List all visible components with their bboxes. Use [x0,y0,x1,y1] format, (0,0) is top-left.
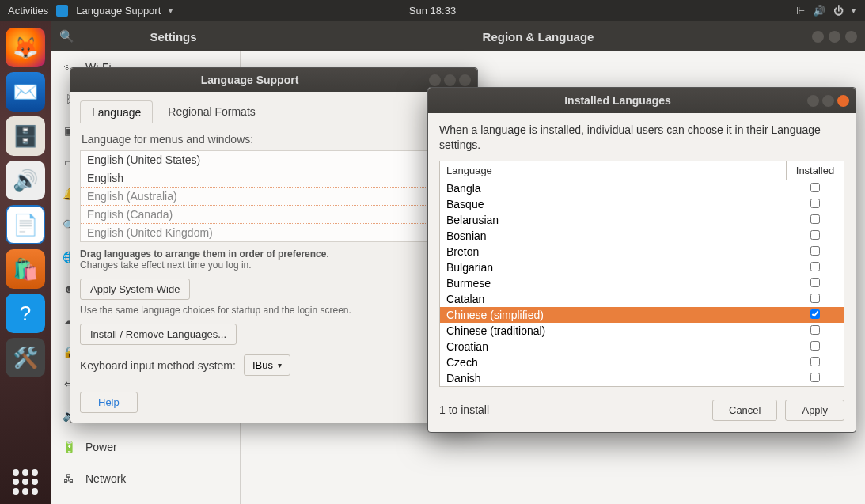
rhythmbox-launcher[interactable]: 🔊 [6,161,45,200]
apply-button[interactable]: Apply [785,400,844,421]
language-name-cell: Basque [440,196,787,212]
install-remove-languages-button[interactable]: Install / Remove Languages... [80,324,237,345]
help-launcher[interactable]: ? [6,294,45,333]
minimize-icon[interactable] [429,74,441,86]
installed-cell [787,228,844,244]
keyboard-method-label: Keyboard input method system: [80,359,236,372]
sidebar-item-power[interactable]: 🔋Power [51,431,240,463]
clock[interactable]: Sun 18:33 [409,5,456,17]
firefox-launcher[interactable]: 🦊 [6,28,45,67]
power-icon: 🔋 [62,441,76,453]
installed-cell [787,339,844,354]
power-icon[interactable]: ⏻ [833,5,844,17]
language-name-cell: Danish [440,370,787,386]
table-row[interactable]: Croatian [440,339,844,354]
table-row[interactable]: Belarusian [440,212,844,228]
volume-icon[interactable]: 🔊 [813,5,825,17]
drag-hint-bold: Drag languages to arrange them in order … [80,248,468,260]
language-order-list[interactable]: English (United States) English English … [80,150,468,242]
installed-checkbox[interactable] [810,357,820,366]
installed-checkbox[interactable] [810,294,820,303]
writer-launcher[interactable]: 📄 [6,205,45,244]
language-order-item[interactable]: English (Australia) [81,187,467,205]
language-name-cell: Breton [440,244,787,260]
language-order-item[interactable]: English (United Kingdom) [81,223,467,241]
language-name-cell: Belarusian [440,212,787,228]
language-support-window: Language Support Language Regional Forma… [70,67,478,423]
software-launcher[interactable]: 🛍️ [6,249,45,289]
select-value: IBus [252,359,273,371]
maximize-icon[interactable] [822,95,834,107]
network-icon[interactable]: ⊩ [796,5,805,17]
maximize-icon[interactable] [444,74,456,86]
installed-checkbox[interactable] [810,214,820,224]
minimize-icon[interactable] [807,95,819,107]
installed-checkbox[interactable] [810,199,820,208]
window-title: Installed Languages [428,94,807,107]
table-row[interactable]: Breton [440,244,844,260]
column-header-installed[interactable]: Installed [787,161,844,180]
minimize-icon[interactable] [812,31,824,43]
table-row[interactable]: Bosnian [440,228,844,244]
table-row[interactable]: Burmese [440,275,844,291]
top-panel: Activities Language Support ▾ Sun 18:33 … [0,0,865,21]
sidebar-item-label: Power [85,441,117,453]
search-icon[interactable]: 🔍 [51,29,82,44]
chevron-down-icon: ▾ [169,6,173,15]
installed-cell [787,180,844,196]
installed-checkbox[interactable] [810,183,820,192]
language-order-item[interactable]: English [81,169,467,187]
installed-checkbox[interactable] [810,246,820,256]
table-row[interactable]: Basque [440,196,844,212]
language-order-item[interactable]: English (United States) [81,151,467,169]
table-header: Language Installed [440,161,844,180]
activities-button[interactable]: Activities [8,5,48,17]
files-launcher[interactable]: 🗄️ [6,116,45,156]
close-icon[interactable] [459,74,471,86]
chevron-down-icon[interactable]: ▾ [852,6,856,15]
launcher-dock: 🦊 ✉️ 🗄️ 🔊 📄 🛍️ ? 🛠️ [0,21,51,504]
installed-checkbox[interactable] [810,325,820,335]
table-row[interactable]: Czech [440,354,844,370]
app-menu-icon [56,5,68,17]
installed-checkbox[interactable] [810,262,820,271]
language-order-item[interactable]: English (Canada) [81,205,467,223]
installed-cell [787,196,844,212]
app-menu-label[interactable]: Language Support [76,5,161,17]
tab-regional-formats[interactable]: Regional Formats [156,100,267,123]
settings-launcher[interactable]: 🛠️ [6,338,45,377]
cancel-button[interactable]: Cancel [712,400,777,421]
thunderbird-launcher[interactable]: ✉️ [6,72,45,112]
tab-language[interactable]: Language [80,100,153,123]
installed-checkbox[interactable] [810,230,820,240]
table-row[interactable]: Chinese (traditional) [440,323,844,339]
show-applications[interactable] [13,469,38,495]
apply-system-wide-button[interactable]: Apply System-Wide [80,279,190,300]
installed-checkbox[interactable] [810,309,820,319]
column-header-language[interactable]: Language [440,161,787,180]
installed-languages-titlebar[interactable]: Installed Languages [428,88,856,113]
language-name-cell: Bosnian [440,228,787,244]
language-name-cell: Bangla [440,180,787,196]
table-row[interactable]: Catalan [440,291,844,307]
installed-cell [787,370,844,386]
close-icon[interactable] [837,95,849,107]
close-icon[interactable] [845,31,857,43]
installed-checkbox[interactable] [810,341,820,351]
maximize-icon[interactable] [829,31,840,43]
sidebar-item-network[interactable]: 🖧Network [51,463,240,495]
table-row[interactable]: Bangla [440,180,844,196]
installed-cell [787,275,844,291]
table-row[interactable]: Bulgarian [440,260,844,275]
table-row[interactable]: Danish [440,370,844,386]
keyboard-method-select[interactable]: IBus ▾ [244,354,290,376]
language-name-cell: Burmese [440,275,787,291]
installed-checkbox[interactable] [810,373,820,382]
installed-cell [787,244,844,260]
table-row[interactable]: Chinese (simplified) [440,307,844,323]
language-support-titlebar[interactable]: Language Support [70,68,477,92]
installed-cell [787,323,844,339]
installed-checkbox[interactable] [810,278,820,287]
installed-cell [787,260,844,275]
help-button[interactable]: Help [80,392,138,413]
